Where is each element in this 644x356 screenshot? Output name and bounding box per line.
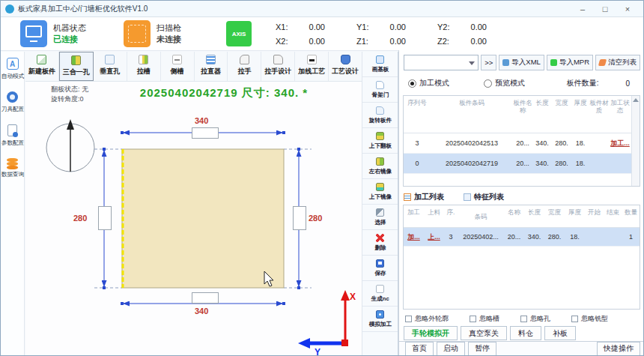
pause-button[interactable]: 暂停 [468,342,496,356]
radio-unselected-icon [484,79,492,88]
strip-button-delete[interactable]: 删除 [362,230,398,256]
toolbar-button-line-process[interactable]: 加线工艺 [295,52,329,81]
table-row[interactable]: 3 20250402042513 20... 340. 280. 18. 加工.… [404,133,631,154]
strip-button-mirror-horizontal[interactable]: 左右镜像 [362,154,398,179]
vacuum-pump-button[interactable]: 真空泵关 [461,326,507,340]
preview-mode-radio[interactable]: 预览模式 [484,78,525,88]
simulate-icon [376,310,384,319]
board-title: 20250402042719 尺寸: 340. * [100,86,347,100]
close-button[interactable]: × [616,1,639,16]
minimize-button[interactable]: – [571,1,594,16]
dim-input-left[interactable] [98,206,112,230]
vertical-hole-icon [105,55,115,64]
ignore-slot-checkbox[interactable]: 忽略槽 [470,314,499,324]
expand-button[interactable]: >> [481,55,496,70]
dim-input-bottom[interactable] [192,292,219,304]
import-xml-button[interactable]: 导入XML [499,55,544,70]
handwheel-sim-button[interactable]: 手轮模拟开 [404,326,458,340]
toolbar-button-new-board[interactable]: 新建板件 [25,52,59,81]
strip-button-mirror-vertical[interactable]: 上下镜像 [362,179,398,205]
auto-mode-icon: A [7,58,19,70]
mode-row: 加工模式 预览模式 板件数量: 0 [405,76,636,91]
tab-feature-list[interactable]: 特征列表 [464,192,504,202]
load-link[interactable]: 上... [424,232,444,242]
maximize-button[interactable]: □ [594,1,616,16]
rotate-board-icon [376,106,384,115]
dim-label-left: 280 [73,214,87,223]
checkbox-icon [571,316,578,322]
north-arrow-icon [67,119,74,130]
coord-x1: X1: 0.00 [276,22,325,31]
dim-label-top: 340 [195,116,208,125]
table-row-selected[interactable]: 0 20250402042719 20... 340. 280. 18. [404,154,631,174]
window-controls: – □ × [571,1,639,16]
delete-icon [376,234,384,242]
coord-x2: X2: 0.00 [276,37,325,46]
three-in-one-hole-icon [71,55,81,65]
quick-actions-button[interactable]: 快捷操作 [597,342,640,356]
material-bin-button[interactable]: 料仓 [510,326,541,340]
process-mode-radio[interactable]: 加工模式 [408,78,449,88]
radio-selected-icon [408,79,416,88]
ignore-milling-checkbox[interactable]: 忽略铣型 [571,314,608,324]
toolbar-button-handle[interactable]: 拉手 [228,52,261,81]
sidebar-item-tool-config[interactable]: 刀具配置 [1,91,24,113]
order-combobox[interactable] [404,55,479,70]
strip-button-select[interactable]: 选择 [362,205,398,230]
strip-button-flip-vertical[interactable]: 上下翻板 [362,128,398,154]
start-button[interactable]: 启动 [437,342,465,356]
sidebar-item-param-config[interactable]: 参数配置 [1,124,24,147]
table-row-selected[interactable]: 加... 上... 3 20250402... 20... 340. 280. … [404,228,640,247]
coord-z2: Z2: 0.00 [437,37,487,46]
sidebar-item-auto-mode[interactable]: A 自动模式 [1,58,24,80]
side-tool-strip: 画基板 骨架门 旋转板件 上下翻板 左右镜像 上下镜像 选择 删除 [362,52,398,355]
patch-board-button[interactable]: 补板 [544,326,576,340]
coord-y2: Y2: 0.00 [437,22,487,31]
process-link[interactable]: 加... [404,232,424,242]
toolbar-button-slot[interactable]: 拉槽 [127,52,161,81]
process-status-link[interactable]: 加工... [609,139,631,148]
app-window: 板式家具加工中心/门墙柜优化软件V1.0 – □ × 机器状态 已连接 扫描枪 … [0,0,644,356]
axis-icon: AXIS [226,21,252,46]
x-axis-label: X [350,292,356,302]
import-mpr-button[interactable]: 导入MPR [547,55,593,70]
coord-z1: Z1: 0.00 [356,37,406,46]
strip-button-generate-nc[interactable]: 生成nc [362,281,398,307]
import-xml-icon [502,59,509,66]
scanner-status-label: 扫描枪 [157,22,181,34]
board-rect[interactable] [122,149,284,288]
board-canvas[interactable]: 翻板状态: 无 旋转角度:0 20250402042719 尺寸: 340. *… [25,82,362,356]
strip-button-frame-door[interactable]: 骨架门 [362,77,398,103]
dim-input-right[interactable] [293,206,306,230]
board-table: 序列号 板件条码 板件名称 长度 宽度 厚度 板件材质 加工状态 3 20250… [403,95,640,187]
dim-label-bottom: 340 [195,307,208,316]
app-logo-icon [5,4,14,13]
scroll-up-icon[interactable] [633,98,639,102]
right-panel: >> 导入XML 导入MPR 清空列表 加工模式 预览模式 [398,50,643,355]
toolbar-button-three-in-one-hole[interactable]: 三合一孔 [59,52,94,81]
strip-button-rotate-board[interactable]: 旋转板件 [362,103,398,128]
coordinate-readout: X1: 0.00 Y1: 0.00 Y2: 0.00 X2: 0.00 Z1: … [276,22,487,46]
toolbar-button-side-slot[interactable]: 侧槽 [161,52,195,81]
toolbar-button-straightener[interactable]: 拉直器 [195,52,228,81]
clear-list-button[interactable]: 清空列表 [595,55,640,70]
table-scrollbar[interactable] [631,96,640,186]
ignore-hole-checkbox[interactable]: 忽略孔 [520,314,550,324]
side-slot-icon [172,55,182,64]
toolbar-button-handle-design[interactable]: 拉手设计 [261,52,295,81]
sidebar-item-data-query[interactable]: 数据查询 [1,158,24,178]
home-button[interactable]: 首页 [405,342,434,356]
strip-button-base-board[interactable]: 画基板 [362,52,398,77]
main-toolbar: 新建板件 三合一孔 垂直孔 拉槽 侧槽 拉直器 拉手 拉手设计 [25,52,362,82]
list-tabs: 加工列表 特征列表 [404,191,504,203]
ignore-outline-checkbox[interactable]: 忽略外轮廓 [405,314,449,324]
toolbar-button-vertical-hole[interactable]: 垂直孔 [94,52,127,81]
handle-icon [240,55,249,64]
strip-button-save[interactable]: 保存 [362,256,398,281]
dim-label-right: 280 [309,214,322,223]
toolbar-button-process-design[interactable]: 工艺设计 [329,52,362,81]
dim-input-top[interactable] [192,127,219,139]
scanner-status-state: 未连接 [157,34,181,45]
strip-button-simulate[interactable]: 模拟加工 [362,307,398,332]
tab-process-list[interactable]: 加工列表 [404,192,444,202]
